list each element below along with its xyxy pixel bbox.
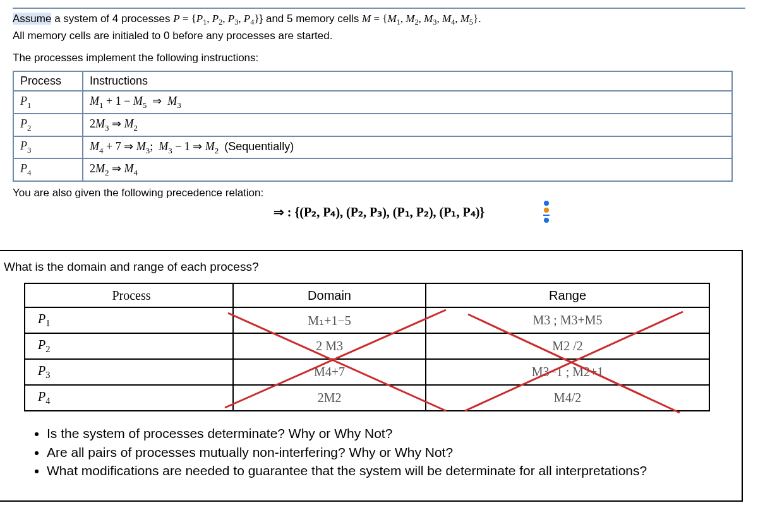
proc-cell: P3 [25, 359, 233, 385]
proc-cell: P1 [13, 91, 83, 114]
question-domain-range: What is the domain and range of each pro… [4, 256, 730, 274]
range-cell: M4/2 [426, 385, 709, 411]
instr-cell: 2M3 ⇒ M2 [83, 114, 732, 136]
menu-dots-icon[interactable] [543, 201, 550, 223]
domain-cell: 2M2 [233, 385, 426, 411]
question-bullets: Is the system of processes determinate? … [4, 425, 730, 480]
assume-highlight: Assume [13, 13, 51, 25]
bullet-item: Is the system of processes determinate? … [47, 425, 719, 442]
th-range: Range [426, 283, 709, 307]
instr-cell: 2M2 ⇒ M4 [83, 158, 732, 181]
domain-cell: M4+7 [233, 359, 426, 385]
domain-range-table: Process Domain Range P1 M₁+1−5 M3 ; M3+M… [24, 283, 710, 411]
precedence-expr: ⇒ : {(P₂, P₄), (P₂, P₃), (P₁, P₂), (P₁, … [13, 204, 745, 220]
th-domain: Domain [233, 283, 426, 307]
instructions-table: Process Instructions P1 M1 + 1 − M5 ⇒ M3… [13, 71, 733, 181]
intro-line-3: The processes implement the following in… [13, 50, 745, 66]
domain-cell: 2 M3 [233, 333, 426, 359]
th-process2: Process [25, 283, 233, 307]
bullet-item: Are all pairs of processes mutually non-… [47, 444, 719, 461]
th-process: Process [13, 71, 83, 91]
proc-cell: P2 [25, 333, 233, 359]
proc-cell: P1 [25, 307, 233, 333]
worksheet-panel: What is the domain and range of each pro… [0, 250, 743, 502]
bullet-item: What modifications are needed to guarant… [47, 462, 719, 480]
domain-cell: M₁+1−5 [233, 307, 426, 333]
precedence-label: You are also given the following precede… [13, 186, 745, 201]
instr-cell: M1 + 1 − M5 ⇒ M3 [83, 91, 732, 114]
proc-cell: P3 [13, 136, 83, 159]
proc-cell: P4 [13, 158, 83, 181]
instr-cell: M4 + 7 ⇒ M3; M3 − 1 ⇒ M2 (Sequentially) [83, 136, 732, 159]
range-cell: M2 /2 [426, 333, 709, 359]
range-cell: M3−1 ; M2+1 [426, 359, 709, 385]
proc-cell: P2 [13, 114, 83, 136]
intro-line-1: Assume a system of 4 processes P = {P1, … [13, 11, 745, 28]
th-instructions: Instructions [83, 71, 732, 91]
range-cell: M3 ; M3+M5 [426, 307, 709, 333]
proc-cell: P4 [25, 385, 233, 411]
intro-line-2: All memory cells are initialed to 0 befo… [13, 28, 745, 44]
